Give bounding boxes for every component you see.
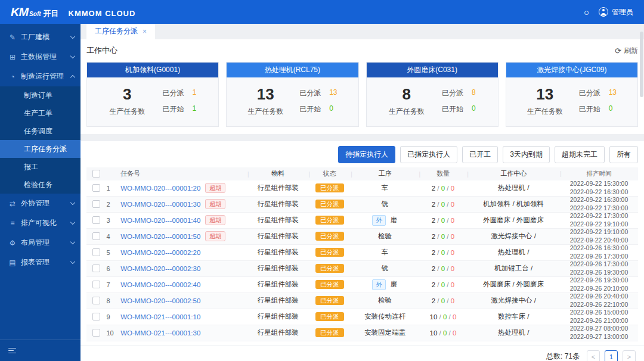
pagination-bar: 总数: 71条 < 1 > (80, 346, 644, 361)
sidebar-item-3[interactable]: ◔制造运行管理 (0, 67, 80, 86)
filter-button[interactable]: 3天内到期 (503, 146, 550, 163)
filter-button[interactable]: 待指定执行人 (338, 146, 395, 163)
filter-button[interactable]: 超期未完工 (555, 146, 605, 163)
sidebar-item-2[interactable]: ⊞主数据管理 (0, 47, 80, 67)
collapse-sidebar-icon[interactable] (8, 348, 16, 354)
quantity-cell: 2 / 0 / 0 (419, 297, 467, 304)
task-number-link[interactable]: WO-MMO-020---00002:20 (120, 249, 200, 256)
task-number-link[interactable]: WO-MMO-021---00001:10 (120, 313, 200, 320)
chevron-down-icon (70, 34, 75, 39)
row-checkbox[interactable] (92, 264, 100, 272)
task-number-link[interactable]: WO-MMO-020---00001:50 (120, 233, 200, 240)
next-page-button[interactable]: > (623, 350, 636, 361)
row-checkbox[interactable] (92, 248, 100, 256)
row-number: 5 (107, 249, 121, 256)
user-menu[interactable]: 管理员 (599, 7, 633, 17)
status-badge: 已分派 (315, 312, 344, 322)
row-checkbox[interactable] (92, 281, 100, 288)
material-cell: 行星组件部装 (247, 264, 308, 273)
select-all-checkbox[interactable] (92, 170, 100, 178)
row-number: 3 (107, 217, 121, 224)
list-icon: ≡ (8, 219, 17, 228)
work-center-panel: 工作中心 ⟳ 刷新 机加领料(G0001)3生产任务数已分派1已开始1热处理机(… (80, 39, 644, 134)
user-name: 管理员 (612, 7, 633, 17)
row-checkbox[interactable] (92, 232, 100, 240)
sidebar-subitem[interactable]: 制造订单 (0, 86, 80, 104)
sidebar-item-7[interactable]: ▤报表管理 (0, 253, 80, 272)
filter-button[interactable]: 所有 (609, 146, 638, 163)
column-header-5: 数量 (419, 169, 467, 178)
sidebar-item-4[interactable]: ⇄外协管理 (0, 194, 80, 213)
sidebar-subitem[interactable]: 工序任务分派 (0, 140, 80, 158)
table-row: 1WO-MMO-020---00001:20超期行星组件部装已分派车2 / 0 … (86, 181, 638, 197)
chevron-down-icon (70, 54, 75, 58)
sidebar-item-5[interactable]: ≡排产可视化 (0, 213, 80, 233)
schedule-start-time: 2022-09-22 15:30:00 (560, 180, 638, 188)
task-number-link[interactable]: WO-MMO-020---00002:30 (120, 265, 200, 272)
process-name: 安装传动连杆 (364, 313, 405, 320)
schedule-end-time: 2022-09-26 20:10:00 (560, 285, 638, 292)
logo-km: KM (11, 5, 28, 19)
assigned-label: 已分派 (579, 88, 600, 98)
prev-page-button[interactable]: < (587, 350, 600, 361)
work-center-cell: 激光焊接中心 / (467, 232, 560, 241)
vertical-scrollbar[interactable] (640, 27, 643, 357)
table-row: 2WO-MMO-020---00001:30超期行星组件部装已分派铣2 / 0 … (86, 197, 638, 213)
refresh-button[interactable]: ⟳ 刷新 (615, 46, 638, 56)
vertical-scrollbar-thumb[interactable] (640, 32, 643, 97)
process-cell: 车 (351, 183, 419, 192)
row-number: 9 (107, 313, 121, 320)
started-value: 0 (329, 104, 333, 114)
table-header-row: 任务号物料状态工序数量工作中心排产时间 (86, 167, 638, 181)
task-count-value: 13 (527, 86, 563, 103)
row-checkbox[interactable] (92, 216, 100, 224)
quantity-cell: 2 / 0 / 0 (419, 249, 467, 256)
process-name: 磨 (391, 281, 398, 288)
row-number: 8 (107, 297, 121, 304)
row-checkbox[interactable] (92, 297, 100, 304)
sidebar-item-1[interactable]: ✎工厂建模 (0, 27, 80, 47)
row-number: 10 (107, 329, 121, 337)
sidebar-subitem[interactable]: 报工 (0, 158, 80, 176)
work-center-card-title[interactable]: 机加领料(G0001) (87, 63, 218, 77)
sidebar-subitem[interactable]: 检验任务 (0, 176, 80, 194)
schedule-start-time: 2022-09-22 17:30:00 (560, 212, 638, 220)
sidebar-item-label: 布局管理 (21, 238, 71, 248)
section-title-work-center: 工作中心 (86, 45, 117, 56)
task-number-link[interactable]: WO-MMO-020---00001:30 (120, 201, 200, 208)
filter-button[interactable]: 已指定执行人 (400, 146, 457, 163)
schedule-start-time: 2022-09-22 16:30:00 (560, 196, 638, 204)
row-number: 1 (107, 185, 121, 192)
work-center-card-title[interactable]: 外圆磨床(C031) (367, 63, 498, 77)
task-number-link[interactable]: WO-MMO-020---00002:50 (120, 297, 200, 304)
tab-process-task-dispatch[interactable]: 工序任务分派 × (86, 23, 155, 39)
refresh-label: 刷新 (624, 46, 638, 56)
tab-close-icon[interactable]: × (143, 27, 147, 36)
task-number-link[interactable]: WO-MMO-020---00001:40 (120, 217, 200, 224)
column-header-4: 工序 (351, 169, 419, 178)
row-checkbox[interactable] (92, 313, 100, 320)
task-count-value: 13 (247, 86, 283, 103)
outsource-tag: 外 (372, 279, 386, 290)
sidebar-item-label: 外协管理 (21, 198, 71, 208)
started-label: 已开始 (162, 104, 184, 114)
task-number-link[interactable]: WO-MMO-021---00001:30 (120, 329, 200, 337)
sidebar-item-6[interactable]: ⚙布局管理 (0, 233, 80, 253)
sidebar-subitem[interactable]: 生产工单 (0, 104, 80, 122)
work-center-card-title[interactable]: 热处理机(RCL75) (227, 63, 358, 77)
row-checkbox[interactable] (92, 200, 100, 208)
page-1-button[interactable]: 1 (605, 350, 618, 361)
work-center-card-title[interactable]: 激光焊接中心(JGC09) (506, 63, 637, 77)
filter-button[interactable]: 已开工 (462, 146, 498, 163)
column-header-6: 工作中心 (467, 169, 560, 178)
row-checkbox[interactable] (92, 329, 100, 337)
row-checkbox[interactable] (92, 184, 100, 192)
task-number-link[interactable]: WO-MMO-020---00001:20 (120, 185, 200, 192)
table-row: 4WO-MMO-020---00001:50超期行星组件部装已分派检验2 / 0… (86, 229, 638, 245)
started-value: 1 (192, 104, 196, 114)
sync-icon[interactable]: ○ (584, 8, 589, 17)
sidebar-subitem[interactable]: 任务调度 (0, 122, 80, 140)
task-number-link[interactable]: WO-MMO-020---00002:40 (120, 281, 200, 288)
status-badge: 已分派 (315, 248, 344, 257)
started-label: 已开始 (442, 104, 463, 114)
